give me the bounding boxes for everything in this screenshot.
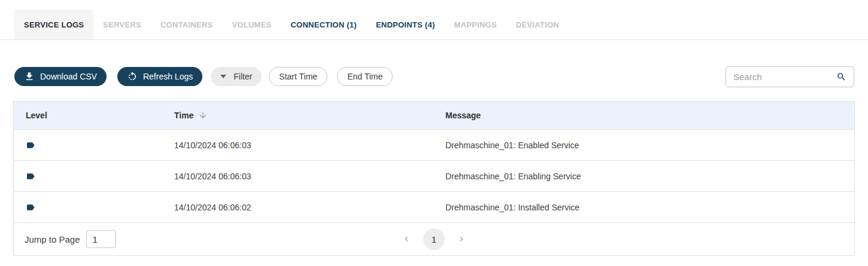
- column-header-level: Level: [14, 111, 162, 120]
- label-icon: [26, 172, 35, 181]
- time-header-label: Time: [174, 111, 193, 120]
- time-cell: 14/10/2024 06:06:03: [162, 172, 433, 181]
- level-header-label: Level: [26, 111, 47, 120]
- tab-mappings[interactable]: MAPPINGS: [444, 10, 506, 39]
- message-cell: Drehmaschine_01: Enabling Service: [433, 172, 854, 181]
- table-header-row: Level Time Message: [14, 102, 854, 129]
- tab-connection[interactable]: CONNECTION (1): [281, 10, 366, 39]
- toolbar: Download CSV Refresh Logs Filter Start T…: [0, 66, 868, 87]
- search-input[interactable]: [733, 72, 836, 82]
- end-time-label: End Time: [347, 72, 383, 81]
- column-header-message: Message: [433, 111, 854, 120]
- jump-to-page-input[interactable]: [86, 230, 116, 248]
- tab-service-logs[interactable]: SERVICE LOGS: [14, 10, 93, 39]
- tab-bar: SERVICE LOGS SERVERS CONTAINERS VOLUMES …: [0, 0, 868, 40]
- message-header-label: Message: [445, 111, 481, 120]
- tab-endpoints[interactable]: ENDPOINTS (4): [366, 10, 445, 39]
- download-icon: [24, 71, 35, 82]
- search-icon[interactable]: [836, 72, 846, 82]
- table-row: 14/10/2024 06:06:02 Drehmaschine_01: Ins…: [14, 191, 854, 222]
- start-time-button[interactable]: Start Time: [269, 67, 327, 86]
- time-cell: 14/10/2024 06:06:03: [162, 140, 433, 150]
- start-time-label: Start Time: [279, 72, 317, 81]
- tab-containers[interactable]: CONTAINERS: [151, 10, 222, 39]
- filter-label: Filter: [233, 72, 252, 81]
- current-page-button[interactable]: 1: [423, 228, 445, 250]
- search-box[interactable]: [726, 66, 854, 87]
- time-cell: 14/10/2024 06:06:02: [162, 203, 433, 212]
- column-header-time[interactable]: Time: [162, 111, 433, 120]
- level-cell: [14, 172, 162, 181]
- level-cell: [14, 140, 162, 150]
- chevron-down-icon: [220, 75, 226, 78]
- refresh-icon: [127, 71, 138, 82]
- previous-page-icon[interactable]: [399, 232, 414, 246]
- label-icon: [26, 203, 35, 212]
- sort-descending-icon[interactable]: [198, 111, 208, 120]
- tab-deviation[interactable]: DEVIATION: [506, 10, 569, 39]
- end-time-button[interactable]: End Time: [337, 67, 393, 86]
- level-cell: [14, 203, 162, 212]
- pagination: 1: [399, 228, 469, 250]
- label-icon: [26, 140, 35, 150]
- filter-button[interactable]: Filter: [211, 67, 262, 86]
- service-logs-table: Level Time Message 14/10/2024 06:06:03 D…: [13, 101, 855, 256]
- refresh-logs-button[interactable]: Refresh Logs: [117, 67, 202, 86]
- download-csv-button[interactable]: Download CSV: [14, 67, 107, 86]
- tab-volumes[interactable]: VOLUMES: [222, 10, 281, 39]
- tab-servers[interactable]: SERVERS: [93, 10, 151, 39]
- next-page-icon[interactable]: [454, 232, 469, 246]
- download-csv-label: Download CSV: [40, 72, 97, 81]
- jump-to-page-label: Jump to Page: [25, 234, 80, 244]
- message-cell: Drehmaschine_01: Installed Service: [433, 203, 854, 212]
- table-row: 14/10/2024 06:06:03 Drehmaschine_01: Ena…: [14, 160, 854, 191]
- message-cell: Drehmaschine_01: Enabled Service: [433, 140, 854, 150]
- refresh-logs-label: Refresh Logs: [143, 72, 193, 81]
- table-footer: Jump to Page 1: [14, 222, 854, 255]
- table-row: 14/10/2024 06:06:03 Drehmaschine_01: Ena…: [14, 129, 854, 160]
